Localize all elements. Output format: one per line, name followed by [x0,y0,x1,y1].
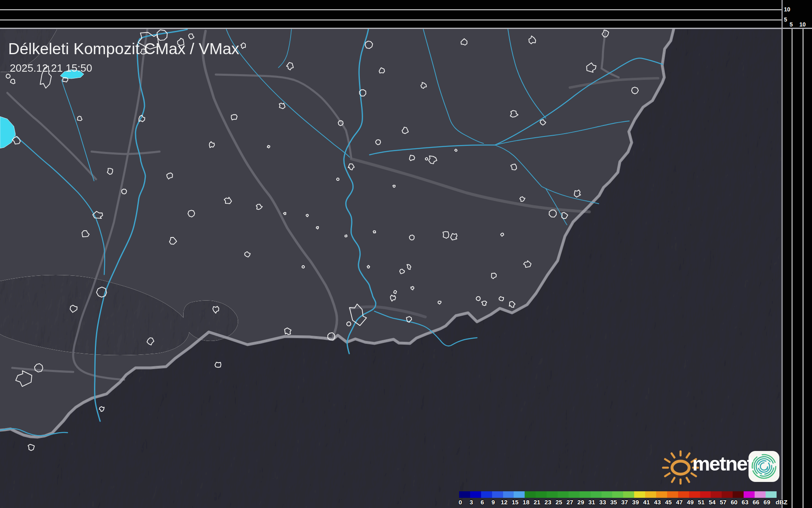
legend-cell [689,491,700,498]
legend-cell [547,491,558,498]
right-axis-label-5: 5 [790,22,793,27]
legend-tick-label: 69 [764,499,770,506]
legend-tick-label: 35 [610,499,617,506]
legend-tick-label: 57 [720,499,727,506]
map-canvas [0,29,781,508]
dbz-colorbar [459,491,777,498]
legend-tick-label: 66 [753,499,759,506]
legend-cell [514,491,525,498]
legend-cell [580,491,591,498]
legend-tick-label: 45 [665,499,672,506]
legend-cell [667,491,678,498]
legend-cell [492,491,503,498]
legend-tick-label: 9 [492,499,495,506]
dbz-legend: 0369121518212325272931333537394143454749… [459,491,789,508]
top-panel-gridline-5km [0,20,781,20]
legend-cell [744,491,755,498]
legend-tick-label: 39 [632,499,639,506]
legend-cell [722,491,733,498]
legend-tick-label: 41 [643,499,650,506]
legend-tick-label: 63 [742,499,749,506]
legend-cell [558,491,569,498]
legend-cell [470,491,481,498]
legend-cell [755,491,766,498]
legend-tick-label: 23 [545,499,552,506]
legend-cell [591,491,602,498]
legend-cell [766,491,777,498]
legend-tick-label: 43 [654,499,661,506]
panel-separator-horizontal [0,28,812,29]
top-panel-gridline-10km [0,9,781,10]
dbz-unit-label: dBZ [776,499,788,506]
metnet-wordmark: metnet [692,452,753,475]
legend-cell [656,491,667,498]
top-axis-label-5: 5 [784,17,787,22]
legend-tick-label: 15 [512,499,519,506]
legend-tick-label: 54 [709,499,716,506]
legend-cell [678,491,689,498]
legend-tick-label: 12 [501,499,508,506]
legend-cell [481,491,492,498]
legend-cell [503,491,514,498]
legend-cell [536,491,547,498]
legend-cell [623,491,634,498]
right-axis-label-10: 10 [799,22,806,27]
legend-tick-label: 21 [534,499,541,506]
right-panel-gridline-10km [803,29,803,508]
radar-composite-screen: 10 5 5 10 Délkeleti Kompozit CMax / VMax… [0,0,812,508]
top-projection-panel [0,0,812,29]
legend-cell [733,491,744,498]
top-axis-label-10: 10 [784,7,790,12]
legend-tick-label: 6 [481,499,484,506]
legend-tick-label: 0 [459,499,462,506]
legend-tick-label: 29 [578,499,584,506]
timestamp: 2025.12.21 15:50 [10,62,92,75]
legend-tick-label: 33 [599,499,606,506]
legend-tick-label: 31 [588,499,595,506]
legend-cell [569,491,580,498]
metnet-app-icon [749,451,779,482]
legend-cell [525,491,536,498]
legend-cell [459,491,470,498]
page-title: Délkeleti Kompozit CMax / VMax [8,40,239,58]
right-projection-panel [783,0,812,508]
legend-cell [602,491,613,498]
legend-cell [612,491,623,498]
panel-separator-vertical [781,0,783,508]
legend-tick-label: 27 [567,499,573,506]
legend-tick-label: 51 [698,499,705,506]
legend-tick-label: 60 [731,499,738,506]
radar-map [0,29,781,508]
legend-tick-label: 37 [621,499,628,506]
legend-cell [700,491,711,498]
legend-tick-label: 3 [470,499,473,506]
legend-cell [645,491,656,498]
legend-tick-label: 18 [523,499,530,506]
legend-tick-label: 25 [556,499,562,506]
right-panel-gridline-5km [792,29,792,508]
legend-cell [711,491,722,498]
legend-cell [634,491,645,498]
legend-tick-label: 49 [687,499,694,506]
legend-tick-label: 47 [676,499,683,506]
